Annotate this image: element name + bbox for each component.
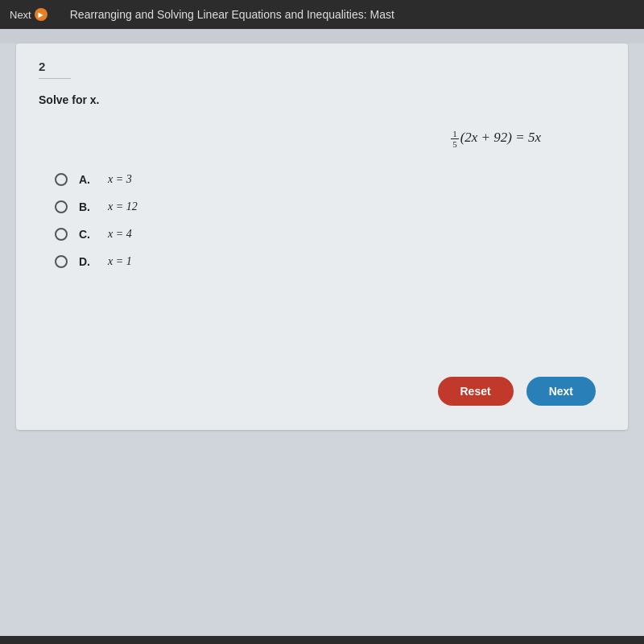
next-button[interactable]: Next xyxy=(526,377,596,406)
choice-a-label: A. xyxy=(79,173,97,186)
choice-c-label: C. xyxy=(79,228,97,241)
choice-d-value: x = 1 xyxy=(108,255,132,268)
choice-c[interactable]: C. x = 4 xyxy=(55,228,605,241)
fraction-denominator: 5 xyxy=(451,139,459,149)
equation-display: 1 5 (2x + 92) = 5x xyxy=(451,130,541,145)
nav-next-item[interactable]: Next ► xyxy=(10,8,47,21)
choice-d[interactable]: D. x = 1 xyxy=(55,255,605,268)
main-content-area: 2 Solve for x. 1 5 (2x + 92) = 5x A. x =… xyxy=(0,43,644,636)
fraction-numerator: 1 xyxy=(451,129,459,139)
radio-a[interactable] xyxy=(55,173,68,186)
radio-d[interactable] xyxy=(55,255,68,268)
choice-a-value: x = 3 xyxy=(108,173,132,186)
action-buttons: Reset Next xyxy=(438,377,597,406)
question-prompt: Solve for x. xyxy=(39,93,605,106)
radio-c[interactable] xyxy=(55,228,68,241)
question-number: 2 xyxy=(39,60,71,79)
reset-button[interactable]: Reset xyxy=(438,377,514,406)
course-title: Rearranging and Solving Linear Equations… xyxy=(70,8,394,21)
choice-b-label: B. xyxy=(79,200,97,213)
next-label: Next xyxy=(10,9,31,21)
top-nav-bar: Next ► Rearranging and Solving Linear Eq… xyxy=(0,0,644,29)
question-card: 2 Solve for x. 1 5 (2x + 92) = 5x A. x =… xyxy=(16,43,628,430)
equation-area: 1 5 (2x + 92) = 5x xyxy=(39,129,605,149)
fraction-display: 1 5 xyxy=(451,129,459,149)
next-arrow-icon: ► xyxy=(35,8,47,21)
choice-b[interactable]: B. x = 12 xyxy=(55,200,605,213)
choice-a[interactable]: A. x = 3 xyxy=(55,173,605,186)
radio-b[interactable] xyxy=(55,200,68,213)
equation-body: (2x + 92) = 5x xyxy=(460,130,541,145)
choice-d-label: D. xyxy=(79,255,97,268)
choice-b-value: x = 12 xyxy=(108,200,138,213)
choice-c-value: x = 4 xyxy=(108,228,132,241)
answer-choices: A. x = 3 B. x = 12 C. x = 4 D. x = 1 xyxy=(55,173,605,268)
bottom-bar: rights reserved. xyxy=(0,636,644,644)
